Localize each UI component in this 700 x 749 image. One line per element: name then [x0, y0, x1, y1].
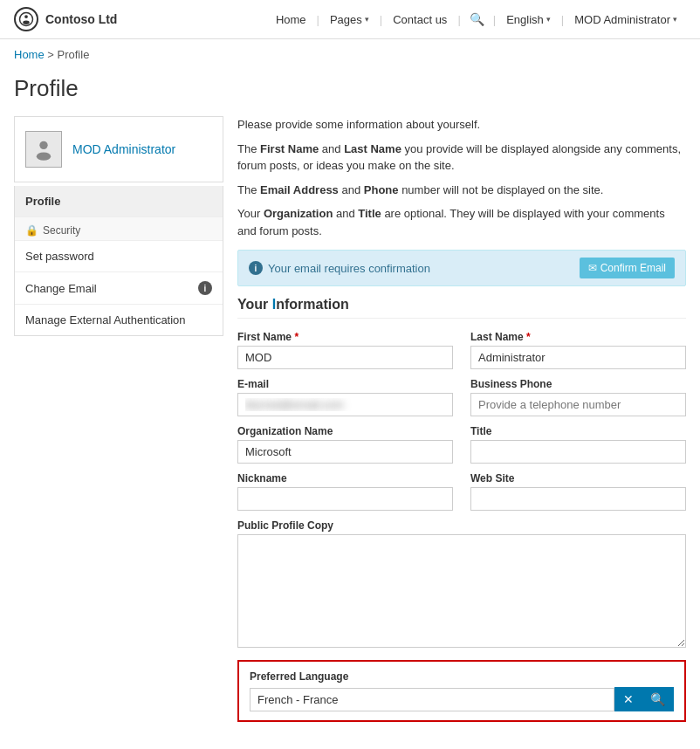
email-group: E-mail [237, 378, 453, 416]
intro-title-bold: Title [358, 207, 381, 220]
svg-point-1 [24, 15, 28, 18]
svg-point-3 [39, 141, 47, 149]
pages-caret-icon: ▾ [365, 15, 369, 24]
nav-home[interactable]: Home [267, 10, 315, 30]
public-profile-group: Public Profile Copy [237, 519, 686, 648]
first-name-label: First Name * [237, 331, 453, 343]
search-icon[interactable]: 🔍 [463, 9, 491, 30]
your-information-title: Your Information [237, 297, 686, 319]
preferred-language-section: Preferred Language ✕ 🔍 [237, 660, 686, 722]
first-name-input[interactable] [237, 346, 453, 369]
top-navigation: Contoso Ltd Home | Pages ▾ | Contact us … [0, 0, 700, 39]
intro-1: Please provide some information about yo… [237, 116, 686, 134]
sidebar-item-set-password[interactable]: Set password [15, 241, 223, 272]
sidebar-item-change-email[interactable]: Change Email i [15, 272, 223, 305]
language-input-row: ✕ 🔍 [250, 687, 674, 711]
first-name-required: * [294, 331, 299, 343]
intro-3: The Email Address and Phone number will … [237, 182, 686, 199]
public-profile-label: Public Profile Copy [237, 519, 686, 532]
banner-left: i Your email requires confirmation [249, 261, 430, 275]
breadcrumb: Home > Profile [0, 39, 700, 70]
search-language-button[interactable]: 🔍 [642, 687, 674, 711]
user-card: MOD Administrator [14, 116, 223, 182]
nav-pages[interactable]: Pages ▾ [321, 10, 378, 30]
business-phone-input[interactable] [470, 393, 686, 416]
title-group: Title [470, 425, 686, 464]
intro-phone-bold: Phone [364, 183, 399, 196]
svg-point-4 [37, 153, 51, 161]
nav-language[interactable]: English ▾ [498, 10, 559, 30]
website-group: Web Site [470, 472, 686, 511]
org-name-label: Organization Name [237, 425, 453, 437]
sidebar-item-profile[interactable]: Profile [15, 186, 223, 217]
sidebar-item-manage-auth[interactable]: Manage External Authentication [15, 305, 223, 335]
clear-language-button[interactable]: ✕ [614, 687, 642, 711]
banner-text: Your email requires confirmation [268, 262, 430, 275]
sidebar-profile-label: Profile [25, 195, 60, 208]
sidebar-security-section: 🔒 Security [15, 217, 223, 241]
nickname-label: Nickname [237, 472, 453, 484]
sidebar-change-email-label: Change Email [25, 282, 97, 295]
confirm-email-button[interactable]: ✉ Confirm Email [580, 258, 675, 278]
nickname-group: Nickname [237, 472, 453, 511]
intro-4: Your Organization and Title are optional… [237, 205, 686, 239]
org-name-group: Organization Name [237, 425, 453, 464]
language-caret-icon: ▾ [546, 15, 551, 24]
breadcrumb-separator: > [47, 48, 54, 61]
nav-user[interactable]: MOD Administrator ▾ [566, 10, 686, 30]
change-email-info-icon: i [198, 281, 212, 295]
preferred-language-label: Preferred Language [250, 670, 674, 683]
last-name-group: Last Name * [470, 331, 686, 369]
sidebar-menu: Profile 🔒 Security Set password Change E… [14, 186, 223, 336]
breadcrumb-home[interactable]: Home [14, 48, 45, 61]
title-input[interactable] [470, 440, 686, 464]
intro-2: The First Name and Last Name you provide… [237, 141, 686, 175]
intro-email-bold: Email Address [260, 183, 339, 196]
website-label: Web Site [470, 472, 686, 484]
brand-logo [14, 7, 38, 31]
last-name-input[interactable] [470, 346, 686, 369]
intro-last-name-bold: Last Name [344, 142, 401, 155]
lock-icon: 🔒 [25, 224, 38, 237]
svg-point-2 [23, 21, 30, 25]
business-phone-label: Business Phone [470, 378, 686, 390]
brand-name: Contoso Ltd [45, 12, 117, 26]
email-input[interactable] [237, 393, 453, 416]
nav-contact[interactable]: Contact us [384, 10, 456, 30]
website-input[interactable] [470, 487, 686, 511]
public-profile-textarea[interactable] [237, 534, 686, 648]
breadcrumb-current: Profile [58, 48, 90, 61]
org-name-input[interactable] [237, 440, 453, 464]
sidebar: MOD Administrator Profile 🔒 Security Set… [14, 116, 223, 722]
brand: Contoso Ltd [14, 7, 117, 31]
page-title: Profile [0, 70, 700, 116]
avatar [25, 131, 62, 168]
intro-org-bold: Organization [264, 207, 333, 220]
sidebar-user-name: MOD Administrator [72, 142, 175, 156]
preferred-language-input[interactable] [250, 688, 614, 711]
user-caret-icon: ▾ [673, 15, 677, 24]
intro-first-name-bold: First Name [260, 142, 319, 155]
email-label: E-mail [237, 378, 453, 390]
info-highlight-i: I [272, 297, 276, 312]
first-name-group: First Name * [237, 331, 453, 369]
nickname-input[interactable] [237, 487, 453, 511]
profile-form: First Name * Last Name * E-mail [237, 331, 686, 648]
content-area: Please provide some information about yo… [237, 116, 686, 722]
sidebar-set-password-label: Set password [25, 250, 94, 263]
last-name-required: * [526, 331, 531, 343]
sidebar-manage-auth-label: Manage External Authentication [25, 313, 186, 326]
last-name-label: Last Name * [470, 331, 686, 343]
email-confirm-banner: i Your email requires confirmation ✉ Con… [237, 250, 686, 286]
sidebar-security-label: Security [43, 224, 80, 237]
title-label: Title [470, 425, 686, 437]
business-phone-group: Business Phone [470, 378, 686, 416]
main-layout: MOD Administrator Profile 🔒 Security Set… [0, 116, 700, 722]
nav-links: Home | Pages ▾ | Contact us | 🔍 | Englis… [267, 9, 686, 30]
banner-info-icon: i [249, 261, 263, 275]
